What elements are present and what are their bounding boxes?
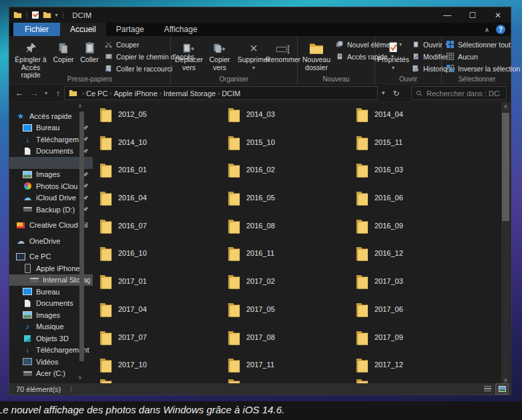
dropdown-caret: ▾ [252, 65, 255, 71]
folder-icon[interactable] [43, 11, 51, 19]
folder-item-2016-07[interactable]: 2016_07 [99, 218, 228, 246]
collapse-ribbon-icon[interactable]: ∧ [485, 26, 489, 33]
delete-x-icon: × [250, 39, 258, 55]
copy-to-button[interactable]: Copier vers [206, 39, 234, 71]
sidebar-item-label: Téléchargem [36, 136, 79, 144]
divider: | [26, 11, 28, 19]
thumbnails-view-button[interactable] [496, 384, 508, 394]
thumbnails-view-icon [499, 386, 506, 392]
breadcrumb-segment-ce-pc[interactable]: Ce PC [86, 89, 107, 97]
folder-icon [356, 246, 368, 261]
tab-partage[interactable]: Partage [106, 23, 154, 36]
folder-icon [228, 218, 240, 234]
folder-item-2014-03[interactable]: 2014_03 [228, 106, 356, 134]
title-bar[interactable]: | ▾ | DCIM — ☐ ✕ [9, 7, 511, 23]
address-breadcrumb[interactable]: ›Ce PC›Apple iPhone›Internal Storage›DCI… [64, 86, 378, 100]
folder-item-2017-09[interactable]: 2017_09 [356, 329, 484, 357]
details-view-button[interactable] [481, 384, 493, 394]
scrollbar-thumb[interactable] [502, 113, 509, 221]
folder-item-2016-08[interactable]: 2016_08 [228, 218, 356, 246]
sidebar-scroll-up-icon[interactable]: ∧ [78, 103, 82, 109]
sidebar-scroll-down-icon[interactable]: ∨ [78, 375, 82, 381]
properties-icon [388, 39, 399, 55]
select-none-button[interactable]: Aucun [446, 52, 478, 61]
pin-to-quick-access-button[interactable]: Épingler à Accès rapide [13, 39, 48, 79]
folder-item-2017-06[interactable]: 2017_06 [356, 301, 484, 329]
divider: | [62, 11, 64, 19]
folder-item-2015-11[interactable]: 2015_11 [356, 134, 484, 162]
folder-icon [99, 274, 112, 289]
delete-button[interactable]: × Supprimer ▾ [238, 39, 270, 71]
rename-button[interactable]: Renommer [268, 39, 298, 64]
copy-button[interactable]: Copier [51, 39, 76, 64]
minimize-button[interactable]: — [435, 7, 460, 23]
properties-button[interactable]: Propriétés ▾ [378, 39, 409, 71]
search-input[interactable] [427, 89, 500, 97]
folder-item-2012-05[interactable]: 2012_05 [99, 106, 228, 134]
folder-item-2016-12[interactable]: 2016_12 [356, 245, 484, 273]
folder-item-2016-11[interactable]: 2016_11 [228, 245, 356, 273]
ribbon: Épingler à Accès rapide Copier Coller Co… [9, 36, 511, 84]
tab-accueil[interactable]: Accueil [60, 23, 106, 36]
folder-item-2016-03[interactable]: 2016_03 [356, 162, 484, 190]
folder-item-2017-04[interactable]: 2017_04 [99, 301, 228, 329]
folder-item-2016-09[interactable]: 2016_09 [356, 218, 484, 246]
properties-icon[interactable] [32, 11, 39, 19]
folder-item-2017-03[interactable]: 2017_03 [356, 273, 484, 301]
folder-icon [99, 190, 112, 206]
breadcrumb-segment-dcim[interactable]: DCIM [222, 89, 240, 97]
move-to-button[interactable]: Déplacer vers [174, 39, 204, 71]
folder-item-2016-04[interactable]: 2016_04 [99, 190, 228, 218]
scroll-up-icon[interactable]: ∧ [501, 103, 510, 110]
scroll-down-icon[interactable]: ∨ [501, 377, 510, 383]
caption-text: Le nouvel affichage des photos dans Wind… [0, 404, 284, 415]
dropdown-caret: ▾ [392, 65, 395, 71]
folder-item-2016-10[interactable]: 2016_10 [99, 245, 228, 273]
folder-item-2017-02[interactable]: 2017_02 [228, 273, 356, 301]
folder-icon [228, 246, 240, 261]
close-button[interactable]: ✕ [485, 7, 511, 23]
forward-icon[interactable]: → [27, 88, 41, 98]
folder-item-2017-07[interactable]: 2017_07 [99, 329, 228, 357]
select-all-button[interactable]: Sélectionner tout [446, 40, 511, 49]
folder-item-2015-10[interactable]: 2015_10 [228, 134, 356, 162]
folder-item-2017-08[interactable]: 2017_08 [228, 329, 356, 357]
invert-selection-button[interactable]: Inverser la sélection [446, 64, 520, 73]
tab-fichier[interactable]: Fichier [13, 23, 60, 36]
sidebar-scrollbar[interactable] [79, 112, 84, 361]
breadcrumb-segment-apple-iphone[interactable]: Apple iPhone [113, 89, 157, 97]
folder-icon [356, 135, 368, 150]
sidebar-item-label: Bureau [36, 124, 79, 132]
paste-shortcut-button[interactable]: Coller le raccourci [104, 64, 172, 73]
qat-dropdown-caret[interactable]: ▾ [55, 13, 58, 18]
maximize-button[interactable]: ☐ [460, 7, 485, 23]
folder-icon [99, 135, 112, 150]
button-label: Propriétés [377, 56, 409, 64]
folder-item-2016-02[interactable]: 2016_02 [228, 162, 356, 190]
folder-item-2016-05[interactable]: 2016_05 [228, 190, 356, 218]
up-icon[interactable]: ↑ [51, 88, 65, 98]
content-scrollbar[interactable]: ∧ ∨ [501, 102, 510, 385]
new-folder-button[interactable]: Nouveau dossier [300, 39, 332, 71]
group-label: Ouvrir [375, 75, 441, 83]
explorer-window: | ▾ | DCIM — ☐ ✕ FichierAccueilPartageAf… [9, 7, 511, 395]
paste-button[interactable]: Coller [77, 39, 101, 64]
folder-item-2014-10[interactable]: 2014_10 [99, 134, 228, 162]
folder-item-2017-01[interactable]: 2017_01 [99, 273, 228, 301]
folder-item-2014-04[interactable]: 2014_04 [356, 106, 484, 134]
folder-item-2016-01[interactable]: 2016_01 [99, 162, 228, 190]
ribbon-tabs: FichierAccueilPartageAffichage [9, 23, 208, 36]
refresh-icon[interactable]: ↻ [393, 89, 400, 98]
help-icon[interactable]: ? [496, 25, 505, 34]
folder-item-2016-06[interactable]: 2016_06 [356, 190, 484, 218]
address-dropdown-caret[interactable]: ▾ [382, 90, 385, 96]
folder-item-2017-05[interactable]: 2017_05 [228, 301, 356, 329]
breadcrumb-segment-internal-storage[interactable]: Internal Storage [164, 89, 216, 97]
back-icon[interactable]: ← [12, 88, 27, 98]
tab-affichage[interactable]: Affichage [154, 23, 208, 36]
folder-name: 2017_05 [246, 305, 275, 313]
search-box[interactable] [411, 86, 507, 100]
cut-button[interactable]: Couper [104, 40, 139, 49]
recent-locations-caret[interactable]: ▾ [41, 90, 51, 96]
sidebar-item-icon [23, 147, 32, 156]
